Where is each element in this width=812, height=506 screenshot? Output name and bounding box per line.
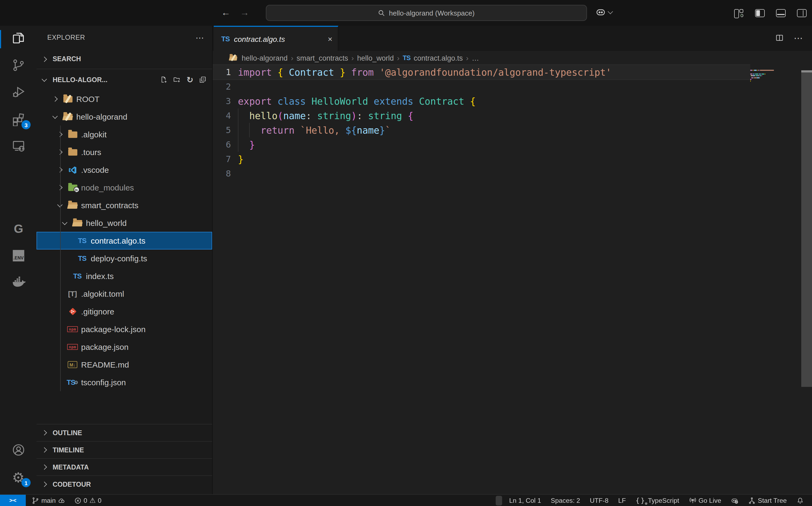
section-label: TIMELINE [53, 446, 84, 454]
code-line-7[interactable]: 7} [213, 152, 750, 166]
tree-item-label: package-lock.json [81, 325, 146, 334]
workspace-section-header[interactable]: HELLO-ALGOR... ↻ [36, 69, 212, 90]
encoding-status[interactable]: UTF-8 [587, 495, 611, 506]
activity-item-docker[interactable] [0, 270, 36, 297]
tab-close-icon[interactable]: × [327, 34, 333, 44]
tree-item-readme-md[interactable]: M↓README.md [36, 356, 212, 373]
tree-item--vscode[interactable]: .vscode [36, 161, 212, 179]
chevron-right-icon [55, 150, 64, 154]
breadcrumb-item[interactable]: hello-algorand [242, 54, 288, 62]
navigate-back-icon[interactable]: ← [221, 7, 230, 18]
code-line-content: return `Hello, ${name}` [238, 125, 391, 136]
tree-item-deploy-config-ts[interactable]: TSdeploy-config.ts [36, 250, 212, 267]
minimap[interactable] [750, 70, 793, 84]
problems-status[interactable]: 0 ⚠ 0 [71, 495, 104, 506]
activity-item-dotenv[interactable]: .ENV [0, 243, 36, 270]
section-codetour[interactable]: CODETOUR [36, 476, 212, 493]
activity-item-source-control[interactable] [0, 53, 36, 79]
tree-indent-guide [60, 125, 61, 391]
tree-item-tsconfig-json[interactable]: TS⚙tsconfig.json [36, 373, 212, 391]
code-line-3[interactable]: 3export class HelloWorld extends Contrac… [213, 94, 750, 108]
broadcast-icon [689, 497, 696, 504]
section-search[interactable]: SEARCH [36, 50, 212, 69]
tree-item-contract-algo-ts[interactable]: TScontract.algo.ts [36, 232, 212, 250]
section-metadata[interactable]: METADATA [36, 458, 212, 476]
zoom-status[interactable] [496, 496, 502, 505]
cursor-position-status[interactable]: Ln 1, Col 1 [506, 495, 544, 506]
tree-item--gitignore[interactable]: .gitignore [36, 303, 212, 320]
tree-item-root[interactable]: ROOT [36, 90, 212, 108]
activity-item-algokit[interactable]: G [0, 216, 36, 243]
new-file-icon[interactable] [160, 76, 168, 84]
activity-item-run-and-debug[interactable] [0, 79, 36, 106]
line-number: 4 [213, 110, 231, 121]
copilot-menu-button[interactable] [595, 6, 612, 18]
code-line-4[interactable]: 4 hello(name: string): string { [213, 108, 750, 123]
folder-icon [67, 147, 78, 158]
notifications-status[interactable] [794, 495, 807, 506]
tree-item-smart-contracts[interactable]: smart_contracts [36, 196, 212, 214]
tree-item-label: .algokit.toml [81, 289, 124, 298]
navigate-forward-icon[interactable]: → [240, 7, 249, 18]
minimap-line [750, 74, 793, 75]
toggle-primary-sidebar-icon[interactable] [755, 9, 765, 17]
copilot-status[interactable] [728, 495, 741, 506]
tree-item-index-ts[interactable]: TSindex.ts [36, 267, 212, 285]
go-live-status[interactable]: Go Live [686, 495, 724, 506]
chevron-down-icon [55, 204, 64, 206]
ts-file-icon: TS [72, 271, 83, 281]
activity-item-extensions[interactable]: 3 [0, 106, 36, 133]
code-line-2[interactable]: 2 [213, 79, 750, 94]
tree-item--algokit-toml[interactable]: [T].algokit.toml [36, 285, 212, 303]
eol-status[interactable]: LF [615, 495, 629, 506]
command-center[interactable]: hello-algorand (Workspace) [266, 5, 587, 21]
split-editor-icon[interactable] [775, 33, 784, 44]
breadcrumb-item[interactable]: hello_world [357, 54, 394, 62]
collapse-folders-icon[interactable] [199, 76, 207, 84]
activity-item-remote-explorer[interactable] [0, 133, 36, 160]
activity-item-accounts[interactable] [0, 437, 36, 464]
editor-more-actions-icon[interactable]: ⋯ [794, 33, 803, 44]
files-icon [11, 31, 25, 47]
breadcrumb-item[interactable]: … [472, 54, 479, 62]
customize-layout-icon[interactable] [734, 9, 744, 17]
folder-open-icon [72, 218, 83, 228]
language-status[interactable]: {}⊗ TypeScript [633, 495, 682, 506]
refresh-explorer-icon[interactable]: ↻ [187, 75, 193, 85]
remote-indicator[interactable]: >< [0, 495, 26, 506]
tree-item-package-lock-json[interactable]: npmpackage-lock.json [36, 320, 212, 338]
new-folder-icon[interactable] [173, 76, 181, 84]
vscode-window: ← → hello-algorand (Workspace) 3G.ENV [0, 0, 812, 506]
activity-item-settings[interactable]: ⚙1 [0, 464, 36, 491]
section-outline[interactable]: OUTLINE [36, 424, 212, 441]
tree-item--algokit[interactable]: .algokit [36, 125, 212, 143]
toggle-secondary-sidebar-icon[interactable] [797, 9, 807, 17]
activity-item-explorer[interactable] [0, 26, 36, 53]
tree-item-package-json[interactable]: npmpackage.json [36, 338, 212, 356]
status-bar: >< main 0 ⚠ 0 Ln 1, Col 1 Spaces: 2 UTF-… [0, 494, 812, 506]
breadcrumb-item[interactable]: contract.algo.ts [414, 54, 463, 62]
tree-item-node-modules[interactable]: jsnode_modules [36, 179, 212, 196]
code-line-6[interactable]: 6 } [213, 137, 750, 152]
breadcrumb-separator-icon: › [352, 54, 354, 62]
indentation-status[interactable]: Spaces: 2 [548, 495, 583, 506]
tree-item-hello-world[interactable]: hello_world [36, 214, 212, 232]
breadcrumb-item[interactable]: smart_contracts [296, 54, 348, 62]
code-line-1[interactable]: 1import { Contract } from '@algorandfoun… [213, 65, 750, 79]
section-timeline[interactable]: TIMELINE [36, 441, 212, 458]
tree-item-label: hello-algorand [76, 112, 127, 121]
badge: 1 [21, 478, 30, 487]
start-tree-status[interactable]: Start Tree [745, 495, 790, 506]
branch-status[interactable]: main [29, 495, 68, 506]
explorer-more-actions-icon[interactable]: ⋯ [196, 32, 205, 43]
toggle-panel-icon[interactable] [776, 9, 786, 17]
ts-file-icon: TS [221, 35, 230, 43]
code-editor[interactable]: 1import { Contract } from '@algorandfoun… [213, 65, 812, 181]
code-line-5[interactable]: 5 return `Hello, ${name}` [213, 123, 750, 137]
code-line-8[interactable]: 8 [213, 166, 750, 181]
tree-item--tours[interactable]: .tours [36, 143, 212, 161]
tree-item-label: package.json [81, 342, 129, 351]
tab-contract-algo-ts[interactable]: TS contract.algo.ts × [214, 26, 338, 51]
tree-item-hello-algorand[interactable]: hello-algorand [36, 108, 212, 125]
minimap-slider[interactable] [801, 70, 812, 387]
